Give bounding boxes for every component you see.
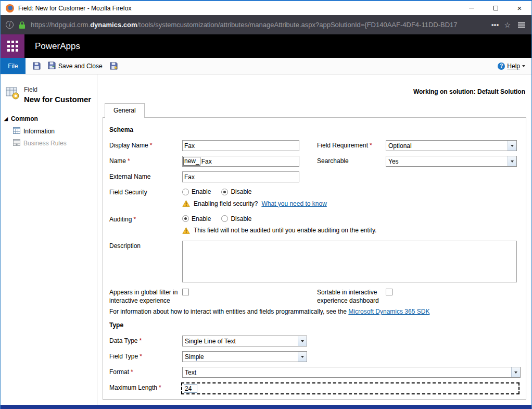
nav-item-business-rules[interactable]: Business Rules: [1, 138, 97, 150]
nav-item-label: Business Rules: [23, 140, 67, 147]
form-row: IME Mode* auto: [109, 399, 520, 400]
field-type-select[interactable]: Simple: [182, 351, 307, 362]
field-security-link[interactable]: What you need to know: [261, 200, 326, 207]
data-type-select[interactable]: Single Line of Text: [182, 336, 307, 346]
maximize-button[interactable]: [484, 1, 508, 15]
form-row: External Name: [109, 171, 520, 182]
app-header: PowerApps: [1, 34, 531, 58]
nav-item-information[interactable]: Information: [1, 126, 97, 138]
form-row: Field Type* Simple: [109, 351, 520, 362]
save-and-new-icon[interactable]: [110, 62, 118, 70]
nav-item-label: Information: [23, 128, 55, 135]
maximum-length-input[interactable]: [184, 384, 197, 393]
searchable-select[interactable]: Yes: [386, 156, 517, 167]
display-name-label: Display Name*: [109, 140, 182, 150]
minimize-button[interactable]: [460, 1, 484, 15]
sdk-link[interactable]: Microsoft Dynamics 365 SDK: [348, 308, 429, 315]
name-label: Name*: [109, 156, 182, 166]
tab-general[interactable]: General: [105, 103, 145, 118]
maximum-length-field[interactable]: [181, 382, 520, 394]
required-marker: *: [131, 368, 133, 376]
form-row: Maximum Length*: [109, 382, 520, 394]
radio-selected-icon: [182, 215, 189, 222]
global-filter-checkbox[interactable]: [182, 289, 189, 295]
field-security-enable-radio[interactable]: Enable: [182, 187, 211, 195]
auditing-enable-radio[interactable]: Enable: [182, 214, 211, 222]
window-controls: ×: [460, 1, 531, 15]
page-info-icon[interactable]: i: [6, 21, 14, 29]
required-marker: *: [370, 142, 372, 149]
help-label: Help: [507, 63, 520, 70]
chevron-down-icon: [508, 156, 516, 166]
save-and-close-label: Save and Close: [58, 63, 103, 70]
field-type-label: Field Type*: [109, 351, 182, 361]
sdk-note: For information about how to interact wi…: [109, 308, 520, 315]
save-and-close-icon: [48, 61, 56, 71]
url-bar[interactable]: https://hdpguid.crm.dynamics.com/tools/s…: [31, 21, 486, 29]
help-icon: ?: [498, 63, 505, 70]
save-icon[interactable]: [33, 62, 41, 70]
display-name-input[interactable]: [182, 140, 299, 151]
save-and-close-button[interactable]: Save and Close: [48, 61, 103, 71]
form-row: Field Security Enable Disable: [109, 187, 520, 197]
warning-icon: [182, 200, 190, 207]
maximize-icon: [493, 6, 498, 10]
bookmark-star-icon[interactable]: ☆: [504, 21, 511, 29]
information-icon: [13, 127, 20, 135]
auditing-warning: This field will not be audited until you…: [182, 227, 520, 234]
waffle-icon[interactable]: [1, 34, 24, 58]
format-label: Format*: [109, 367, 182, 377]
name-value-input[interactable]: [201, 157, 299, 166]
name-input[interactable]: new_: [182, 156, 299, 167]
data-type-label: Data Type*: [109, 336, 182, 345]
window-title: Field: New for Customer - Mozilla Firefo…: [18, 5, 131, 12]
external-name-input[interactable]: [182, 171, 299, 182]
chevron-down-icon: [508, 141, 516, 151]
field-requirement-select[interactable]: Optional: [386, 140, 517, 151]
ime-mode-select[interactable]: auto: [182, 399, 521, 400]
name-prefix: new_: [183, 157, 200, 166]
field-security-disable-radio[interactable]: Disable: [221, 187, 251, 195]
close-button[interactable]: ×: [508, 1, 531, 15]
titlebar: Field: New for Customer - Mozilla Firefo…: [1, 1, 531, 15]
description-label: Description: [109, 241, 182, 251]
entity-header: Field New for Customer: [1, 86, 97, 112]
sortable-checkbox[interactable]: [386, 289, 392, 295]
form-row: Name* new_ Searchable Yes: [109, 156, 520, 167]
close-icon: ×: [517, 4, 522, 12]
page-content: Field New for Customer ◢ Common: [1, 75, 531, 405]
file-menu[interactable]: File: [1, 58, 26, 74]
required-marker: *: [133, 216, 136, 223]
external-name-label: External Name: [109, 171, 182, 181]
chevron-down-icon: [298, 336, 307, 346]
firefox-icon: [6, 4, 14, 13]
main-area: Working on solution: Default Solution Ge…: [97, 75, 531, 405]
entity-type-label: Field: [24, 86, 91, 93]
field-security-warning: Enabling field security? What you need t…: [182, 200, 520, 207]
browser-navigation-bar: i https://hdpguid.crm.dynamics.com/tools…: [1, 15, 531, 34]
nav-group-common[interactable]: ◢ Common: [1, 112, 97, 126]
minimize-icon: [469, 8, 474, 8]
description-textarea[interactable]: [182, 241, 517, 282]
form-row: Data Type* Single Line of Text: [109, 336, 520, 346]
global-filter-label: Appears in global filter in interactive …: [109, 287, 182, 305]
radio-icon: [221, 215, 228, 222]
format-select[interactable]: Text: [182, 367, 521, 378]
form-panel: Schema Display Name* Field Requirement* …: [103, 117, 526, 400]
lock-icon[interactable]: [19, 21, 26, 29]
menu-icon[interactable]: [518, 24, 525, 26]
form-row: Format* Text: [109, 367, 520, 378]
help-menu[interactable]: ? Help: [498, 63, 525, 70]
auditing-disable-radio[interactable]: Disable: [221, 214, 251, 222]
chevron-down-icon: [298, 352, 307, 362]
form-row: Description: [109, 241, 520, 282]
app-brand[interactable]: PowerApps: [35, 41, 80, 52]
schema-section-title: Schema: [109, 126, 520, 133]
required-marker: *: [140, 353, 142, 360]
left-navigation: Field New for Customer ◢ Common: [1, 75, 97, 405]
page-actions-icon[interactable]: •••: [491, 21, 499, 29]
maximum-length-label: Maximum Length*: [109, 382, 182, 392]
entity-name-title: New for Customer: [24, 95, 91, 104]
searchable-label: Searchable: [317, 156, 386, 166]
field-entity-icon: [6, 86, 19, 102]
